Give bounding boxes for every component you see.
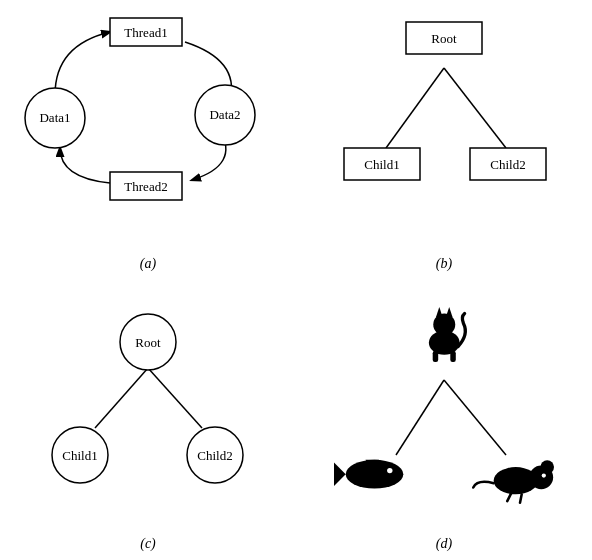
- quadrant-b: Root Child1 Child2 (b): [296, 0, 592, 280]
- svg-line-15: [444, 380, 506, 455]
- mouse-icon: [473, 460, 554, 503]
- fish-icon: [334, 460, 403, 489]
- svg-rect-21: [450, 351, 456, 362]
- quadrant-a: Thread1 Data1 Thread2 Data2 (a): [0, 0, 296, 280]
- diagram-container: Thread1 Data1 Thread2 Data2 (a): [0, 0, 592, 560]
- c-child2-label: Child2: [197, 448, 232, 463]
- svg-line-4: [386, 68, 444, 148]
- caption-a: (a): [0, 256, 296, 272]
- svg-point-28: [540, 460, 554, 474]
- caption-c: (c): [0, 536, 296, 552]
- svg-point-24: [387, 468, 392, 473]
- svg-marker-19: [446, 307, 453, 317]
- b-root-label: Root: [431, 31, 457, 46]
- svg-marker-18: [436, 307, 443, 317]
- c-child1-label: Child1: [62, 448, 97, 463]
- b-child1-label: Child1: [364, 157, 399, 172]
- thread1-label: Thread1: [124, 25, 167, 40]
- caption-b: (b): [296, 256, 592, 272]
- svg-rect-20: [433, 351, 439, 362]
- data1-label: Data1: [39, 110, 70, 125]
- svg-line-10: [148, 368, 202, 428]
- thread2-label: Thread2: [124, 179, 167, 194]
- svg-line-14: [396, 380, 444, 455]
- svg-line-30: [507, 493, 511, 502]
- cat-icon: [429, 307, 465, 362]
- svg-line-9: [95, 368, 148, 428]
- svg-line-5: [444, 68, 506, 148]
- quadrant-c: Root Child1 Child2 (c): [0, 280, 296, 560]
- svg-point-29: [542, 473, 546, 477]
- svg-line-31: [520, 494, 522, 503]
- caption-d: (d): [296, 536, 592, 552]
- quadrant-d: (d): [296, 280, 592, 560]
- data2-label: Data2: [209, 107, 240, 122]
- b-child2-label: Child2: [490, 157, 525, 172]
- c-root-label: Root: [135, 335, 161, 350]
- svg-marker-23: [334, 463, 346, 486]
